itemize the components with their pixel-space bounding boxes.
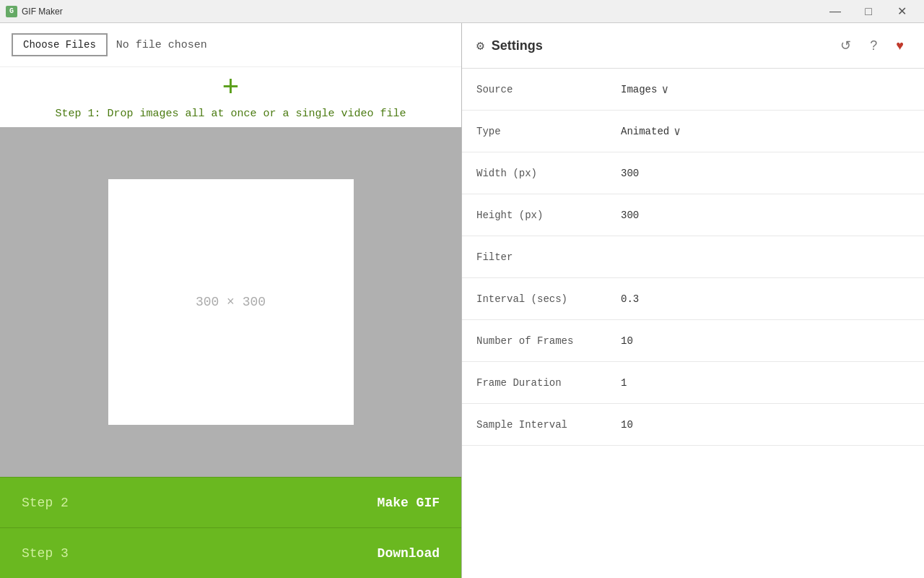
settings-label-6: Number of Frames <box>476 335 621 347</box>
refresh-button[interactable]: ↺ <box>834 35 857 56</box>
settings-row-1[interactable]: TypeAnimated∨ <box>462 111 924 152</box>
make-gif-step: Step 2 <box>22 496 69 510</box>
preview-dimensions: 300 × 300 <box>196 295 266 309</box>
app-icon: G <box>6 6 17 17</box>
settings-row-7: Frame Duration1 <box>462 362 924 404</box>
settings-value-7: 1 <box>621 377 910 389</box>
file-chooser-bar: Choose Files No file chosen <box>0 23 461 67</box>
right-panel: ⚙ Settings ↺ ? ♥ SourceImages∨TypeAnimat… <box>462 23 924 578</box>
preview-canvas: 300 × 300 <box>108 179 354 425</box>
settings-label-5: Interval (secs) <box>476 293 621 305</box>
plus-icon: + <box>222 74 239 103</box>
action-buttons: Step 2 Make GIF Step 3 Download <box>0 477 461 578</box>
close-button[interactable]: ✕ <box>885 0 918 23</box>
settings-row-4: Filter <box>462 236 924 278</box>
chevron-down-icon: ∨ <box>674 124 681 139</box>
settings-table: SourceImages∨TypeAnimated∨Width (px)300H… <box>462 69 924 578</box>
settings-label-7: Frame Duration <box>476 377 621 389</box>
make-gif-label: Make GIF <box>378 496 440 510</box>
settings-header: ⚙ Settings ↺ ? ♥ <box>462 23 924 69</box>
no-file-label: No file chosen <box>116 39 207 51</box>
maximize-button[interactable]: □ <box>852 0 885 23</box>
settings-row-0[interactable]: SourceImages∨ <box>462 69 924 111</box>
settings-label-2: Width (px) <box>476 168 621 179</box>
settings-label-3: Height (px) <box>476 210 621 221</box>
chevron-down-icon: ∨ <box>661 82 668 97</box>
help-button[interactable]: ? <box>864 35 883 56</box>
settings-value-6: 10 <box>621 335 910 347</box>
settings-row-8: Sample Interval10 <box>462 404 924 446</box>
minimize-button[interactable]: — <box>819 0 852 23</box>
make-gif-button[interactable]: Step 2 Make GIF <box>0 477 461 527</box>
settings-row-3: Height (px)300 <box>462 194 924 236</box>
settings-value-5: 0.3 <box>621 293 910 305</box>
dropdown-value-0: Images <box>621 84 657 95</box>
download-step: Step 3 <box>22 546 69 561</box>
drop-area[interactable]: + Step 1: Drop images all at once or a s… <box>0 67 461 127</box>
settings-row-6: Number of Frames10 <box>462 320 924 362</box>
settings-title: Settings <box>492 38 827 53</box>
title-bar: G GIF Maker — □ ✕ <box>0 0 924 23</box>
download-label: Download <box>378 546 440 561</box>
settings-row-2: Width (px)300 <box>462 152 924 194</box>
settings-value-8: 10 <box>621 419 910 431</box>
settings-value-2: 300 <box>621 168 910 179</box>
window-controls: — □ ✕ <box>819 0 918 23</box>
settings-value-1[interactable]: Animated∨ <box>621 124 910 139</box>
dropdown-value-1: Animated <box>621 126 669 137</box>
settings-value-3: 300 <box>621 210 910 221</box>
gear-icon: ⚙ <box>476 38 484 53</box>
favorite-button[interactable]: ♥ <box>890 35 910 56</box>
settings-label-4: Filter <box>476 251 621 263</box>
left-panel: Choose Files No file chosen + Step 1: Dr… <box>0 23 462 578</box>
drop-instructions: Step 1: Drop images all at once or a sin… <box>43 108 417 120</box>
choose-files-button[interactable]: Choose Files <box>12 33 108 56</box>
main-content: Choose Files No file chosen + Step 1: Dr… <box>0 23 924 578</box>
settings-label-8: Sample Interval <box>476 419 621 431</box>
settings-label-1: Type <box>476 126 621 137</box>
settings-row-5: Interval (secs)0.3 <box>462 278 924 320</box>
app-title: GIF Maker <box>22 7 819 17</box>
settings-label-0: Source <box>476 84 621 95</box>
settings-value-0[interactable]: Images∨ <box>621 82 910 97</box>
preview-area: 300 × 300 <box>0 127 461 477</box>
download-button[interactable]: Step 3 Download <box>0 527 461 578</box>
